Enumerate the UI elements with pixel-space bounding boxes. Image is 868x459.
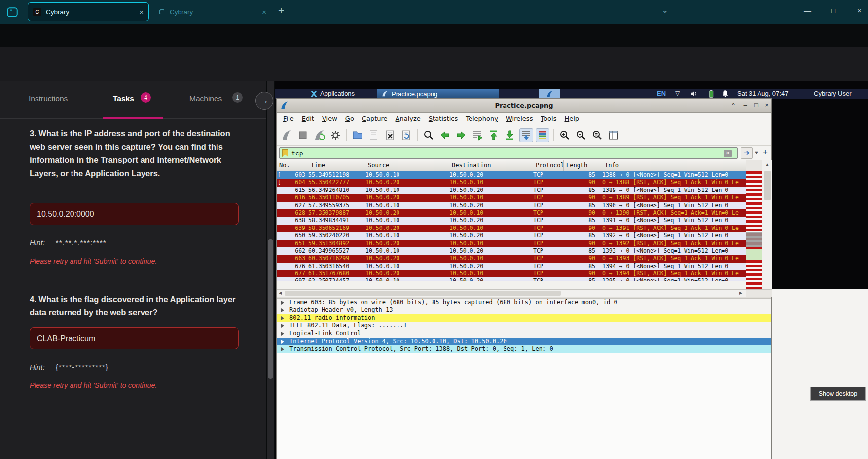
expand-triangle-icon[interactable] [281,340,284,344]
keyboard-layout-indicator[interactable]: EN [657,90,666,97]
expand-triangle-icon[interactable] [281,347,284,351]
go-forward-icon[interactable] [454,128,468,142]
detail-row[interactable]: 802.11 radio information [277,314,771,322]
find-packet-icon[interactable] [422,128,435,142]
window-maximize-button[interactable]: □ [831,6,835,15]
packet-row[interactable]: 65159.35130489210.50.0.2010.50.0.10TCP90… [277,240,746,247]
column-header-source[interactable]: Source [365,160,449,171]
collapse-panel-button[interactable]: → [255,92,273,110]
active-app-indicator[interactable] [539,89,560,99]
window-close-button[interactable]: × [762,101,772,109]
tab-instructions[interactable]: Instructions [29,94,68,103]
zoom-original-icon[interactable] [590,128,604,142]
xfce-applications-icon[interactable] [309,89,318,98]
window-minimize-button[interactable]: — [804,6,811,15]
auto-scroll-icon[interactable] [519,128,533,142]
packet-row[interactable]: 63958.35065216910.50.0.2010.50.0.10TCP90… [277,225,746,232]
column-header-info[interactable]: Info [602,160,746,171]
menu-telephony[interactable]: Telephony [462,115,502,122]
notifications-bell-icon[interactable] [721,89,730,98]
packet-row[interactable]: [60355.34951219810.50.0.1010.50.0.20TCP8… [277,171,746,179]
filter-dropdown-icon[interactable]: ▼ [754,150,759,155]
go-to-packet-icon[interactable] [470,128,484,142]
go-first-icon[interactable] [487,128,501,142]
window-shade-button[interactable]: ^ [728,101,738,109]
expand-triangle-icon[interactable] [281,301,284,305]
column-header-destination[interactable]: Destination [449,160,533,171]
filter-apply-button[interactable]: ➔ [741,147,753,159]
new-tab-button[interactable]: + [278,5,284,17]
expand-triangle-icon[interactable] [281,308,284,312]
volume-icon[interactable] [690,89,699,98]
packet-row[interactable]: 66260.34996552710.50.0.1010.50.0.20TCP85… [277,247,746,255]
zoom-out-icon[interactable] [574,128,588,142]
stop-capture-icon[interactable] [296,128,310,142]
expand-triangle-icon[interactable] [281,316,284,320]
filter-add-button[interactable]: + [763,147,768,157]
battery-icon[interactable] [707,89,716,98]
taskbar-window-button[interactable]: Practice.pcapng [377,89,499,99]
list-all-tabs-icon[interactable]: ⌄ [662,6,668,15]
tab-tasks[interactable]: Tasks [113,94,134,103]
tray-dropdown-icon[interactable]: ▽ [675,90,680,97]
filter-clear-icon[interactable]: ✕ [724,150,732,157]
resize-columns-icon[interactable] [607,128,620,142]
filter-bookmark-icon[interactable] [282,149,288,157]
packet-row[interactable]: 62757.34955937510.50.0.1010.50.0.20TCP85… [277,202,746,209]
restart-capture-icon[interactable] [312,128,326,142]
horizontal-scrollbar-thumb[interactable] [285,291,561,296]
close-tab-icon[interactable]: × [262,8,266,16]
colorize-packets-icon[interactable] [536,128,549,142]
vm-clock[interactable]: Sat 31 Aug, 07:47 [737,90,788,97]
packet-row[interactable]: [60455.35042277710.50.0.2010.50.0.10TCP9… [277,179,746,186]
tab-machines[interactable]: Machines [189,94,222,103]
column-header-time[interactable]: Time [308,160,365,171]
panel-scrollbar[interactable] [267,81,274,459]
column-header-no[interactable]: No. [277,160,308,171]
expand-triangle-icon[interactable] [281,332,284,336]
packet-list-header[interactable]: No.TimeSourceDestinationProtocolLengthIn… [277,160,746,171]
detail-row[interactable]: Radiotap Header v0, Length 13 [277,306,771,314]
scroll-right-arrow-icon[interactable]: ▶ [739,291,742,295]
detail-row[interactable]: Transmission Control Protocol, Src Port:… [277,345,771,353]
browser-tab-background[interactable]: Cybrary × [154,2,271,21]
detail-row[interactable]: IEEE 802.11 Data, Flags: .......T [277,322,771,330]
menu-tools[interactable]: Tools [537,115,560,122]
window-minimize-button[interactable]: – [740,101,750,109]
menu-edit[interactable]: Edit [298,115,318,122]
packet-row[interactable]: 61656.35011070510.50.0.2010.50.0.10TCP90… [277,194,746,201]
save-file-icon[interactable] [367,128,381,142]
firefox-view-icon[interactable] [6,6,19,19]
packet-row[interactable]: 65059.35024022010.50.0.1010.50.0.20TCP85… [277,232,746,239]
expand-triangle-icon[interactable] [281,324,284,328]
window-close-button[interactable]: × [857,6,862,15]
menu-file[interactable]: File [279,115,298,122]
vertical-scrollbar-thumb[interactable] [764,171,771,200]
scroll-up-arrow-icon[interactable]: ▲ [765,162,769,167]
menu-wireless[interactable]: Wireless [502,115,537,122]
menu-view[interactable]: View [318,115,341,122]
capture-options-icon[interactable] [328,128,342,142]
wireshark-titlebar[interactable]: Practice.pcapng ^ – □ × [277,99,771,113]
detail-row[interactable]: Frame 603: 85 bytes on wire (680 bits), … [277,299,771,306]
start-capture-icon[interactable] [280,128,293,142]
minimap-view-thumb[interactable] [746,232,762,247]
reload-file-icon[interactable] [399,128,413,142]
go-last-icon[interactable] [503,128,517,142]
menu-go[interactable]: Go [341,115,358,122]
packet-row[interactable]: 67761.35176768010.50.0.2010.50.0.10TCP90… [277,270,746,277]
vertical-scrollbar[interactable]: ▲ [762,160,772,289]
column-header-protocol[interactable]: Protocol [533,160,564,171]
display-filter-field[interactable]: ✕ [279,147,738,159]
close-file-icon[interactable] [383,128,397,142]
menu-statistics[interactable]: Statistics [425,115,462,122]
packet-row[interactable]: 67661.35031654010.50.0.1010.50.0.20TCP85… [277,263,746,270]
detail-row[interactable]: Logical-Link Control [277,330,771,338]
column-header-length[interactable]: Length [564,160,602,171]
open-file-icon[interactable] [351,128,364,142]
question-4-answer-input[interactable] [30,327,239,349]
menu-capture[interactable]: Capture [358,115,392,122]
zoom-in-icon[interactable] [558,128,572,142]
menu-help[interactable]: Help [560,115,583,122]
detail-row[interactable]: Internet Protocol Version 4, Src: 10.50.… [277,338,771,345]
